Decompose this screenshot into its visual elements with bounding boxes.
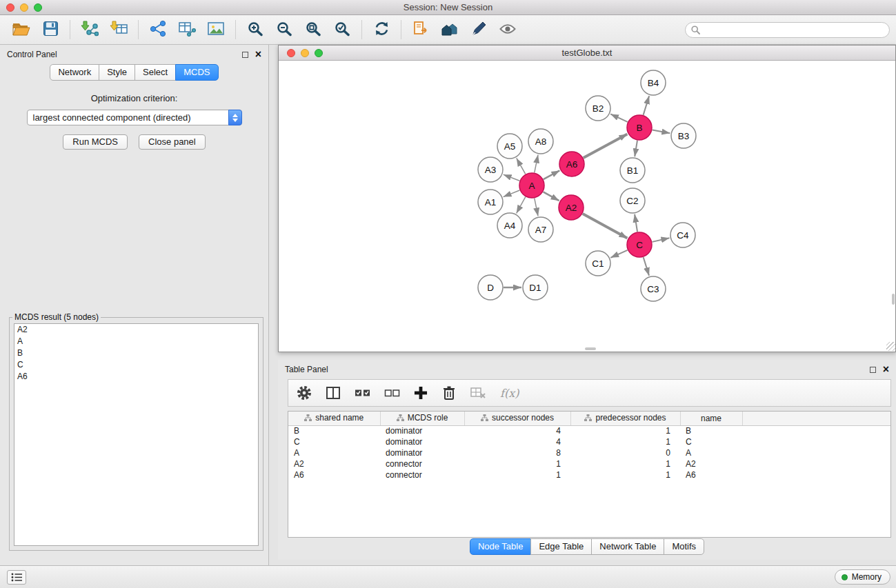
select-all-button[interactable] bbox=[355, 385, 370, 401]
edge-A-A8[interactable] bbox=[535, 155, 538, 173]
import-network-button[interactable] bbox=[75, 17, 104, 42]
node-C[interactable]: C bbox=[627, 232, 652, 257]
node-B[interactable]: B bbox=[627, 115, 652, 140]
edge-C-C3[interactable] bbox=[644, 257, 649, 276]
network-table-button[interactable] bbox=[172, 17, 201, 42]
edge-B-B4[interactable] bbox=[644, 96, 650, 115]
close-panel-icon[interactable]: × bbox=[255, 50, 261, 59]
horizontal-scroll-thumb[interactable] bbox=[585, 347, 596, 350]
import-table-button[interactable] bbox=[104, 17, 133, 42]
result-item[interactable]: C bbox=[14, 359, 258, 371]
table-row[interactable]: Bdominator41B bbox=[288, 425, 890, 436]
node-C4[interactable]: C4 bbox=[670, 223, 695, 247]
result-item[interactable]: A2 bbox=[14, 324, 258, 336]
node-D1[interactable]: D1 bbox=[523, 275, 548, 300]
node-A1[interactable]: A1 bbox=[478, 190, 503, 214]
share-network-button[interactable] bbox=[143, 17, 172, 42]
save-session-button[interactable] bbox=[36, 17, 65, 42]
node-A7[interactable]: A7 bbox=[528, 217, 553, 242]
edge-B-B2[interactable] bbox=[610, 114, 628, 122]
edge-A-A7[interactable] bbox=[535, 199, 538, 216]
edge-C-C1[interactable] bbox=[610, 250, 627, 258]
column-header-mcds-role[interactable]: MCDS role bbox=[380, 412, 464, 425]
node-B4[interactable]: B4 bbox=[641, 70, 666, 95]
add-column-button[interactable] bbox=[414, 386, 428, 400]
table-row[interactable]: Adominator80A bbox=[288, 447, 890, 458]
node-C3[interactable]: C3 bbox=[641, 276, 666, 301]
close-table-panel-icon[interactable]: × bbox=[883, 365, 889, 374]
tab-node-table[interactable]: Node Table bbox=[470, 538, 532, 555]
toggle-visibility-button[interactable] bbox=[493, 17, 522, 42]
network-zoom-button[interactable] bbox=[315, 49, 323, 57]
home-neighbors-button[interactable] bbox=[435, 17, 464, 42]
close-window-button[interactable] bbox=[6, 3, 14, 12]
delete-column-button[interactable] bbox=[441, 385, 457, 401]
float-panel-icon[interactable] bbox=[242, 52, 248, 58]
network-minimize-button[interactable] bbox=[301, 49, 309, 57]
table-row[interactable]: Cdominator41C bbox=[288, 436, 890, 447]
export-image-button[interactable] bbox=[201, 17, 230, 42]
node-A5[interactable]: A5 bbox=[497, 134, 522, 159]
result-item[interactable]: B bbox=[14, 347, 258, 359]
column-header-predecessor-nodes[interactable]: predecessor nodes bbox=[570, 412, 680, 425]
tab-mcds[interactable]: MCDS bbox=[175, 64, 218, 81]
vertical-scroll-thumb[interactable] bbox=[892, 294, 895, 305]
search-input[interactable] bbox=[685, 22, 890, 38]
open-session-button[interactable] bbox=[7, 17, 36, 42]
edge-A-A1[interactable] bbox=[504, 190, 520, 197]
float-table-panel-icon[interactable] bbox=[870, 367, 876, 373]
result-item[interactable]: A bbox=[14, 336, 258, 347]
node-B2[interactable]: B2 bbox=[586, 96, 610, 121]
edge-B-B1[interactable] bbox=[635, 141, 637, 156]
edge-A-A4[interactable] bbox=[517, 197, 526, 214]
close-panel-button[interactable]: Close panel bbox=[139, 134, 206, 150]
column-header-name[interactable]: name bbox=[680, 412, 742, 425]
result-item[interactable]: A6 bbox=[14, 371, 258, 383]
tab-motifs[interactable]: Motifs bbox=[664, 538, 704, 555]
tab-style[interactable]: Style bbox=[99, 64, 135, 81]
tab-network[interactable]: Network bbox=[50, 64, 99, 81]
zoom-out-button[interactable] bbox=[270, 17, 299, 42]
node-A4[interactable]: A4 bbox=[497, 213, 522, 238]
zoom-selected-button[interactable] bbox=[328, 17, 357, 42]
edge-A2-C[interactable] bbox=[583, 214, 628, 238]
deselect-all-button[interactable] bbox=[384, 385, 400, 401]
table-settings-button[interactable] bbox=[297, 385, 312, 401]
tab-select[interactable]: Select bbox=[135, 64, 176, 81]
minimize-window-button[interactable] bbox=[20, 3, 28, 12]
edge-C-C4[interactable] bbox=[653, 238, 670, 242]
node-A2[interactable]: A2 bbox=[559, 195, 584, 220]
annotation-pen-button[interactable] bbox=[464, 17, 493, 42]
refresh-button[interactable] bbox=[367, 17, 396, 42]
tab-edge-table[interactable]: Edge Table bbox=[530, 538, 592, 555]
node-A6[interactable]: A6 bbox=[559, 152, 584, 176]
show-columns-button[interactable] bbox=[326, 385, 341, 401]
node-B3[interactable]: B3 bbox=[671, 123, 696, 148]
node-B1[interactable]: B1 bbox=[620, 158, 645, 183]
column-header-successor-nodes[interactable]: successor nodes bbox=[464, 412, 570, 425]
zoom-fit-button[interactable] bbox=[299, 17, 328, 42]
edge-B-B3[interactable] bbox=[653, 130, 670, 134]
run-mcds-button[interactable]: Run MCDS bbox=[63, 134, 128, 150]
node-D[interactable]: D bbox=[478, 275, 503, 300]
table-row[interactable]: A2connector11A2 bbox=[288, 458, 890, 469]
edge-A-A2[interactable] bbox=[544, 192, 559, 201]
task-history-button[interactable] bbox=[7, 570, 26, 585]
edge-A-A3[interactable] bbox=[504, 174, 520, 181]
table-row[interactable]: A6connector11A6 bbox=[288, 469, 890, 480]
node-A8[interactable]: A8 bbox=[528, 129, 553, 154]
edge-A6-B[interactable] bbox=[584, 134, 628, 158]
node-C2[interactable]: C2 bbox=[620, 188, 645, 213]
network-close-button[interactable] bbox=[287, 49, 295, 57]
tab-network-table[interactable]: Network Table bbox=[591, 538, 664, 555]
snapshot-button[interactable] bbox=[406, 17, 435, 42]
node-A[interactable]: A bbox=[519, 173, 544, 198]
edge-A-A5[interactable] bbox=[517, 158, 526, 174]
memory-button[interactable]: Memory bbox=[835, 569, 890, 585]
network-canvas[interactable]: B4B2BB3A8A5A6A3B1AC2A1A2A4A7C4CC1C3DD1 bbox=[279, 61, 895, 351]
edge-C-C2[interactable] bbox=[635, 214, 637, 232]
column-header-shared-name[interactable]: shared name bbox=[288, 412, 380, 425]
clear-table-button[interactable] bbox=[470, 386, 486, 400]
node-A3[interactable]: A3 bbox=[478, 157, 503, 182]
function-builder-button[interactable]: f(x) bbox=[500, 387, 519, 400]
